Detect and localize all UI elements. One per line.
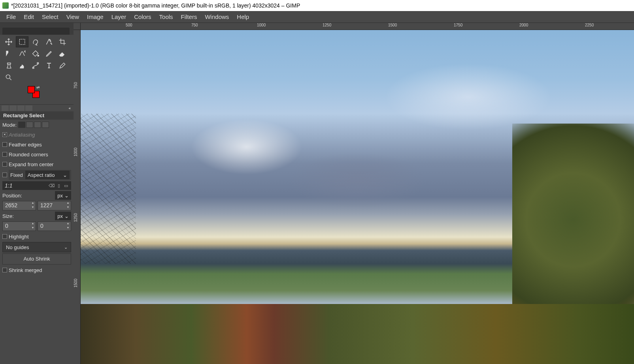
rounded-label: Rounded corners xyxy=(9,152,48,158)
size-inputs: 0▲▼ 0▲▼ xyxy=(2,221,71,231)
highlight-row[interactable]: Highlight xyxy=(2,232,71,241)
position-unit-value: px xyxy=(57,193,63,199)
shrink-merged-checkbox[interactable] xyxy=(2,268,7,272)
undo-history-tab-icon[interactable] xyxy=(17,105,25,111)
tool-options-tab-icon[interactable] xyxy=(2,105,9,111)
menu-windows[interactable]: Windows xyxy=(201,12,233,22)
toolbox-tab-row xyxy=(0,23,74,35)
default-colors-icon[interactable] xyxy=(25,93,28,97)
position-unit-select[interactable]: px ⌄ xyxy=(55,191,71,200)
image-region-branches xyxy=(81,114,136,264)
toolbox-grid xyxy=(0,35,74,84)
position-inputs: 2652▲▼ 1227▲▼ xyxy=(2,201,71,210)
antialiasing-label: Antialiasing xyxy=(9,132,35,138)
fixed-type-value: Aspect ratio xyxy=(28,172,55,178)
ruler-corner xyxy=(74,23,81,30)
chevron-down-icon: ⌄ xyxy=(64,245,68,250)
chevron-down-icon: ⌄ xyxy=(63,172,67,178)
portrait-icon[interactable]: ▯ xyxy=(56,183,62,188)
expand-row[interactable]: Expand from center xyxy=(2,160,71,169)
menu-help[interactable]: Help xyxy=(233,12,253,22)
rounded-checkbox[interactable] xyxy=(2,152,7,157)
toolbox-tab-blank xyxy=(2,28,70,35)
device-status-tab-icon[interactable] xyxy=(9,105,17,111)
antialiasing-row[interactable]: ✕ Antialiasing xyxy=(2,130,71,139)
menu-view[interactable]: View xyxy=(62,12,83,22)
highlight-checkbox[interactable] xyxy=(2,234,7,239)
aspect-ratio-input[interactable]: 1:1 xyxy=(5,182,47,189)
menu-filters[interactable]: Filters xyxy=(177,12,201,22)
mode-label: Mode: xyxy=(2,122,17,128)
tool-options-title: Rectangle Select xyxy=(0,111,74,120)
menu-colors[interactable]: Colors xyxy=(130,12,155,22)
tool-eraser[interactable] xyxy=(56,48,69,59)
swap-colors-icon[interactable]: ⇄ xyxy=(36,85,40,90)
tool-text[interactable] xyxy=(43,60,55,71)
position-y-input[interactable]: 1227▲▼ xyxy=(38,201,71,210)
mode-replace-button[interactable] xyxy=(18,122,25,128)
auto-shrink-button[interactable]: Auto Shrink xyxy=(2,253,71,265)
tool-paths[interactable] xyxy=(29,60,42,71)
mode-subtract-button[interactable] xyxy=(34,122,41,128)
feather-row[interactable]: Feather edges xyxy=(2,140,71,149)
guides-value: No guides xyxy=(6,244,64,250)
tool-pencil[interactable] xyxy=(43,48,55,59)
toolbox-sidebar: ⇄ ◂ Rectangle Select Mode: ✕ xyxy=(0,23,74,364)
color-swatches: ⇄ xyxy=(25,85,74,103)
tool-color-picker[interactable] xyxy=(56,60,69,71)
chevron-down-icon: ⌄ xyxy=(64,213,69,219)
mode-row: Mode: xyxy=(2,120,71,129)
menu-file[interactable]: File xyxy=(2,12,20,22)
size-w-input[interactable]: 0▲▼ xyxy=(2,221,36,231)
rounded-row[interactable]: Rounded corners xyxy=(2,150,71,159)
menu-select[interactable]: Select xyxy=(38,12,62,22)
svg-point-3 xyxy=(38,55,39,56)
highlight-label: Highlight xyxy=(9,234,29,240)
size-label-row: Size: px ⌄ xyxy=(2,212,71,220)
image-region-foliage xyxy=(81,304,634,364)
expand-label: Expand from center xyxy=(9,161,53,167)
menu-layer[interactable]: Layer xyxy=(108,12,130,22)
tab-menu-icon[interactable]: ◂ xyxy=(68,106,72,110)
svg-rect-4 xyxy=(33,67,34,68)
vertical-ruler[interactable]: 750 1000 1250 1500 xyxy=(74,30,81,364)
feather-checkbox[interactable] xyxy=(2,142,7,147)
feather-label: Feather edges xyxy=(9,142,42,148)
clear-ratio-icon[interactable]: ⌫ xyxy=(49,183,55,188)
tool-smudge[interactable] xyxy=(16,60,28,71)
chevron-down-icon: ⌄ xyxy=(64,193,69,199)
tool-fuzzy-select[interactable] xyxy=(43,36,55,47)
size-h-input[interactable]: 0▲▼ xyxy=(38,221,71,231)
size-unit-select[interactable]: px ⌄ xyxy=(55,212,71,220)
horizontal-ruler[interactable]: 500 750 1000 1250 1500 1750 2000 2250 xyxy=(81,23,634,30)
images-tab-icon[interactable] xyxy=(25,105,32,111)
tool-crop[interactable] xyxy=(56,36,69,47)
guides-select[interactable]: No guides ⌄ xyxy=(2,242,71,252)
position-label: Position: xyxy=(2,193,53,199)
fixed-checkbox[interactable] xyxy=(2,173,7,177)
svg-point-6 xyxy=(6,75,10,79)
tool-free-select[interactable] xyxy=(29,36,42,47)
fixed-label: Fixed xyxy=(10,172,23,178)
menu-edit[interactable]: Edit xyxy=(20,12,38,22)
fixed-type-select[interactable]: Aspect ratio ⌄ xyxy=(25,171,70,179)
tool-transform[interactable] xyxy=(2,48,15,59)
mode-intersect-button[interactable] xyxy=(42,122,49,128)
mode-add-button[interactable] xyxy=(26,122,33,128)
position-x-input[interactable]: 2652▲▼ xyxy=(2,201,36,210)
tool-zoom[interactable] xyxy=(2,72,15,83)
image-canvas[interactable] xyxy=(81,30,634,364)
landscape-icon[interactable]: ▭ xyxy=(63,183,69,188)
shrink-merged-row[interactable]: Shrink merged xyxy=(2,266,71,274)
tool-clone[interactable] xyxy=(2,60,15,71)
tool-warp[interactable] xyxy=(16,48,28,59)
antialiasing-checkbox[interactable]: ✕ xyxy=(2,132,7,137)
menu-image[interactable]: Image xyxy=(83,12,108,22)
window-title: *[20231031_154721] (imported)-1.0 (RGB c… xyxy=(11,2,300,9)
tool-move[interactable] xyxy=(2,36,15,47)
foreground-color-swatch[interactable] xyxy=(28,86,35,93)
tool-bucket-fill[interactable] xyxy=(29,48,42,59)
expand-checkbox[interactable] xyxy=(2,162,7,167)
tool-rectangle-select[interactable] xyxy=(16,36,28,47)
menu-tools[interactable]: Tools xyxy=(155,12,177,22)
